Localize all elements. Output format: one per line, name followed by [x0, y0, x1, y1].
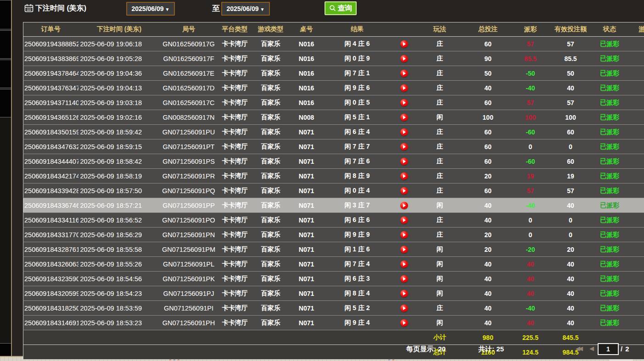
table-row[interactable]: 250609194371140 2025-06-09 19:03:18 GN01…	[23, 95, 644, 110]
table-row[interactable]: 250609184318250 2025-06-09 18:53:59 GN07…	[23, 301, 644, 316]
round-id-cell: GN071256091PI	[160, 301, 218, 316]
prev-page-icon[interactable]: ◀	[589, 345, 592, 352]
table-body: 250609194388852 2025-06-09 19:06:18 GN01…	[23, 37, 644, 330]
game-type-cell: 百家乐	[252, 51, 289, 66]
payout-cell: -60	[515, 154, 547, 169]
game-type-cell: 百家乐	[252, 198, 289, 213]
table-row[interactable]: 250609184344407 2025-06-09 18:58:42 GN07…	[23, 154, 644, 169]
calendar-icon	[24, 3, 34, 13]
page-number-input[interactable]	[598, 343, 619, 355]
result-cell: 闲 4 庄 6	[324, 37, 391, 51]
table-row[interactable]: 250609184347632 2025-06-09 18:59:15 GN07…	[23, 139, 644, 154]
total-bet-cell: 40	[462, 301, 515, 316]
page-total-label: /2	[621, 345, 632, 353]
play-icon[interactable]	[400, 290, 408, 297]
table-row[interactable]: 250609194376347 2025-06-09 19:04:13 GN01…	[23, 81, 644, 95]
play-icon[interactable]	[400, 172, 408, 180]
table-row[interactable]: 250609184314691 2025-06-09 18:53:23 GN07…	[23, 316, 644, 330]
game-cell	[625, 272, 644, 286]
col-table-no: 桌号	[289, 22, 324, 37]
bet-time-cell: 2025-06-09 19:05:28	[78, 51, 160, 66]
play-icon[interactable]	[400, 158, 408, 165]
status-cell: 已派彩	[595, 316, 625, 330]
play-icon[interactable]	[400, 246, 408, 253]
status-cell: 已派彩	[595, 286, 625, 301]
result-cell: 闲 7 庄 6	[324, 154, 391, 169]
status-cell: 已派彩	[595, 81, 625, 95]
table-row[interactable]: 250609184326063 2025-06-09 18:55:26 GN07…	[23, 257, 644, 272]
table-row[interactable]: 250609184350159 2025-06-09 18:59:42 GN07…	[23, 125, 644, 139]
play-icon[interactable]	[400, 99, 408, 106]
col-game: 游戏	[625, 22, 644, 37]
result-cell: 闲 7 庄 4	[324, 257, 391, 272]
play-icon[interactable]	[400, 275, 408, 283]
table-row[interactable]: 250609184334116 2025-06-09 18:56:52 GN07…	[23, 213, 644, 228]
valid-bet-cell: 20	[547, 242, 595, 257]
round-id-cell: GN071256091PT	[160, 139, 218, 154]
query-button[interactable]: 查询	[325, 1, 357, 15]
table-row[interactable]: 250609194383869 2025-06-09 19:05:28 GN01…	[23, 51, 644, 66]
play-icon[interactable]	[400, 40, 408, 48]
play-icon[interactable]	[400, 217, 408, 224]
play-icon[interactable]	[400, 202, 408, 209]
table-no-cell: N016	[289, 95, 324, 110]
play-icon[interactable]	[400, 319, 408, 327]
valid-bet-cell: 100	[547, 110, 595, 125]
table-row[interactable]: 250609194378464 2025-06-09 19:04:36 GN01…	[23, 66, 644, 81]
game-cell	[625, 66, 644, 81]
play-icon[interactable]	[400, 55, 408, 62]
platform-cell: 卡卡湾厅	[218, 286, 252, 301]
bet-time-cell: 2025-06-09 18:56:52	[78, 213, 160, 228]
valid-bet-cell: 40	[547, 316, 595, 330]
round-id-cell: GN071256091PQ	[160, 183, 218, 198]
date-from-select[interactable]: 2025/06/09▼	[126, 2, 175, 16]
first-page-icon[interactable]: ◀◀	[576, 345, 581, 352]
play-icon[interactable]	[400, 84, 408, 92]
table-row[interactable]: 250609184331770 2025-06-09 18:56:29 GN07…	[23, 228, 644, 242]
play-cell: 闲	[418, 286, 462, 301]
total-bet-cell: 100	[462, 110, 515, 125]
total-bet-cell: 40	[462, 213, 515, 228]
play-icon[interactable]	[400, 305, 408, 312]
table-row[interactable]: 250609184339428 2025-06-09 18:57:50 GN07…	[23, 183, 644, 198]
game-type-cell: 百家乐	[252, 110, 289, 125]
play-icon[interactable]	[400, 231, 408, 239]
result-cell: 闲 5 庄 1	[324, 110, 391, 125]
game-type-cell: 百家乐	[252, 66, 289, 81]
table-row[interactable]: 250609184342174 2025-06-09 18:58:19 GN07…	[23, 169, 644, 183]
play-cell: 庄	[418, 139, 462, 154]
play-icon[interactable]	[400, 187, 408, 194]
order-id-cell: 250609184336746	[23, 198, 78, 213]
dropdown-arrow-icon: ▼	[165, 7, 170, 12]
order-id-cell: 250609194365126	[23, 110, 78, 125]
play-cell: 庄	[418, 51, 462, 66]
table-row[interactable]: 250609184320599 2025-06-09 18:54:23 GN07…	[23, 286, 644, 301]
payout-cell: 0	[515, 213, 547, 228]
play-cell: 庄	[418, 125, 462, 139]
table-row[interactable]: 250609184323590 2025-06-09 18:54:56 GN07…	[23, 272, 644, 286]
col-round-id: 局号	[160, 22, 218, 37]
play-icon[interactable]	[400, 114, 408, 121]
play-icon[interactable]	[400, 128, 408, 136]
table-row[interactable]: 250609194365126 2025-06-09 19:02:16 GN00…	[23, 110, 644, 125]
replay-cell	[391, 301, 418, 316]
platform-cell: 卡卡湾厅	[218, 242, 252, 257]
order-id-cell: 250609184314691	[23, 316, 78, 330]
divider	[11, 0, 12, 361]
play-icon[interactable]	[400, 261, 408, 268]
game-type-cell: 百家乐	[252, 242, 289, 257]
total-bet-cell: 40	[462, 81, 515, 95]
total-bet-cell: 40	[462, 286, 515, 301]
status-cell: 已派彩	[595, 213, 625, 228]
table-row[interactable]: 250609194388852 2025-06-09 19:06:18 GN01…	[23, 37, 644, 51]
table-row[interactable]: 250609184336746 2025-06-09 18:57:21 GN07…	[23, 198, 644, 213]
game-cell	[625, 139, 644, 154]
round-id-cell: GN071256091PO	[160, 213, 218, 228]
table-row[interactable]: 250609184328761 2025-06-09 18:55:58 GN07…	[23, 242, 644, 257]
dropdown-arrow-icon: ▼	[260, 7, 265, 12]
date-to-select[interactable]: 2025/06/09▼	[221, 2, 270, 16]
payout-cell: 40	[515, 272, 547, 286]
play-icon[interactable]	[400, 70, 408, 77]
play-icon[interactable]	[400, 143, 408, 150]
platform-cell: 卡卡湾厅	[218, 95, 252, 110]
